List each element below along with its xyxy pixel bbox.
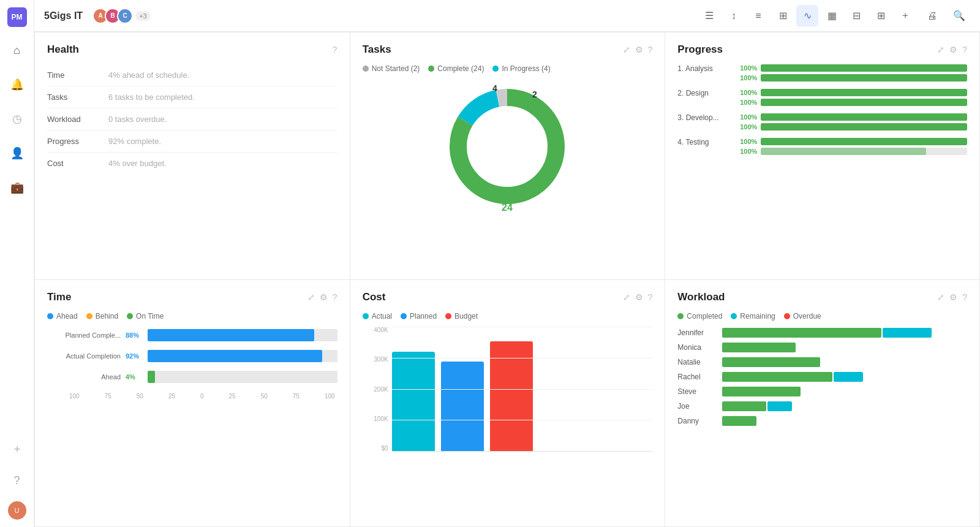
wl-bar-remaining [767, 401, 792, 411]
progress-section-develop: 3. Develop... 100% 100% [677, 113, 967, 133]
legend-dot-completed [677, 313, 684, 319]
user-avatar[interactable]: U [8, 501, 26, 520]
progress-bar-bg [761, 138, 967, 145]
health-label-workload: Workload [47, 115, 108, 124]
legend-overdue: Overdue [784, 312, 821, 320]
sidebar-help-button[interactable]: ? [6, 469, 28, 491]
sidebar-icon-history[interactable]: ◷ [6, 108, 28, 130]
workload-bars-danny [722, 416, 967, 426]
legend-label-behind: Behind [96, 312, 118, 320]
legend-label-ahead: Ahead [56, 312, 78, 320]
workload-name-natalie: Natalie [677, 358, 717, 366]
print-icon[interactable]: 🖨 [921, 5, 943, 27]
bar-label-planned: Planned Comple... [47, 332, 121, 339]
health-label-cost: Cost [47, 159, 108, 168]
workload-settings-icon[interactable]: ⚙ [949, 292, 957, 302]
legend-dot-in-progress [492, 66, 499, 72]
sidebar-icon-notifications[interactable]: 🔔 [6, 74, 28, 96]
health-value-cost: 4% over budget. [108, 159, 167, 168]
legend-dot-planned [401, 313, 407, 319]
nav-icon-docs[interactable]: ⊟ [845, 5, 867, 27]
legend-label-remaining: Remaining [740, 312, 775, 320]
workload-row-danny: Danny [677, 416, 967, 426]
legend-dot-complete [428, 66, 434, 72]
health-row-cost: Cost 4% over budget. [47, 153, 337, 174]
time-expand-icon[interactable]: ⤢ [307, 292, 315, 302]
progress-help-icon[interactable]: ? [962, 45, 967, 55]
wl-bar-completed [722, 372, 832, 382]
wl-bar-remaining [883, 328, 932, 338]
x-axis-label: 100 [69, 393, 80, 400]
workload-bars-rachel [722, 372, 967, 382]
progress-bar-row: 100% [737, 99, 967, 106]
nav-icon-grid[interactable]: ⊞ [772, 5, 794, 27]
nav-icon-calendar[interactable]: ▦ [821, 5, 843, 27]
progress-bar-fill [761, 99, 967, 106]
progress-bar-row: 100% [737, 138, 967, 145]
cost-settings-icon[interactable]: ⚙ [635, 292, 643, 302]
legend-label-budget: Budget [454, 312, 478, 320]
progress-section-design: 2. Design 100% 100% [677, 89, 967, 108]
wl-bar-completed [722, 328, 881, 338]
nav-icon-chart[interactable]: ↕ [723, 5, 745, 27]
bar-bg-ahead [148, 371, 337, 383]
legend-not-started: Not Started (2) [363, 64, 420, 73]
health-help-icon[interactable]: ? [333, 45, 337, 55]
time-panel-header: Time ⤢ ⚙ ? [47, 291, 337, 303]
legend-planned: Planned [401, 312, 437, 320]
member-count[interactable]: +3 [135, 11, 151, 21]
nav-icon-list[interactable]: ≡ [747, 5, 769, 27]
progress-bar-row: 100% [737, 64, 967, 72]
tasks-help-icon[interactable]: ? [648, 45, 653, 55]
tasks-settings-icon[interactable]: ⚙ [635, 45, 643, 55]
time-chart: Planned Comple... 88% Actual Completion … [47, 329, 337, 383]
search-icon[interactable]: 🔍 [948, 5, 970, 27]
legend-label-actual: Actual [372, 312, 392, 320]
sidebar-icon-work[interactable]: 💼 [6, 176, 28, 199]
workload-row-rachel: Rachel [677, 372, 967, 382]
progress-section-title-develop: 3. Develop... [677, 113, 733, 122]
time-help-icon[interactable]: ? [333, 292, 337, 302]
tasks-panel-header: Tasks ⤢ ⚙ ? [363, 44, 653, 56]
progress-bar-fill [761, 74, 967, 82]
time-x-axis: 100 75 50 25 0 25 50 75 100 [47, 393, 337, 400]
cost-expand-icon[interactable]: ⤢ [623, 292, 630, 302]
svg-text:4: 4 [493, 83, 498, 93]
avatar-2[interactable]: C [117, 8, 133, 24]
y-label-200k: 200K [374, 386, 388, 393]
sidebar-icon-home[interactable]: ⌂ [6, 39, 28, 61]
nav-icon-menu[interactable]: ☰ [698, 5, 720, 27]
progress-pct: 100% [737, 148, 757, 155]
nav-icon-more[interactable]: ⊞ [870, 5, 892, 27]
workload-bars-jennifer [722, 328, 967, 338]
bar-label-actual: Actual Completion [47, 352, 121, 360]
legend-remaining: Remaining [731, 312, 775, 320]
progress-bar-bg [761, 99, 967, 106]
workload-row-jennifer: Jennifer [677, 328, 967, 338]
sidebar-add-button[interactable]: ＋ [6, 438, 28, 460]
cost-bar-planned [441, 362, 484, 452]
health-value-tasks: 6 tasks to be completed. [108, 93, 195, 102]
nav-right: 🖨 🔍 [921, 5, 970, 27]
progress-settings-icon[interactable]: ⚙ [949, 45, 957, 55]
progress-pct: 100% [737, 99, 757, 106]
progress-bar-row: 100% [737, 74, 967, 82]
progress-section-title-analysis: 1. Analysis [677, 64, 733, 73]
legend-label-in-progress: In Progress (4) [502, 64, 550, 73]
legend-in-progress: In Progress (4) [492, 64, 550, 73]
cost-help-icon[interactable]: ? [648, 292, 653, 302]
workload-help-icon[interactable]: ? [962, 292, 967, 302]
workload-expand-icon[interactable]: ⤢ [937, 292, 944, 302]
time-settings-icon[interactable]: ⚙ [320, 292, 328, 302]
nav-icon-analytics[interactable]: ∿ [796, 5, 818, 27]
health-title: Health [47, 44, 79, 56]
progress-bar-row: 100% [737, 89, 967, 96]
time-title: Time [47, 291, 71, 303]
nav-icon-add[interactable]: ＋ [894, 5, 916, 27]
tasks-expand-icon[interactable]: ⤢ [623, 45, 630, 55]
donut-chart: 4 2 24 [440, 79, 575, 214]
workload-name-jennifer: Jennifer [677, 328, 717, 337]
progress-expand-icon[interactable]: ⤢ [937, 45, 944, 55]
bar-bg-actual [148, 350, 337, 362]
sidebar-icon-team[interactable]: 👤 [6, 142, 28, 164]
